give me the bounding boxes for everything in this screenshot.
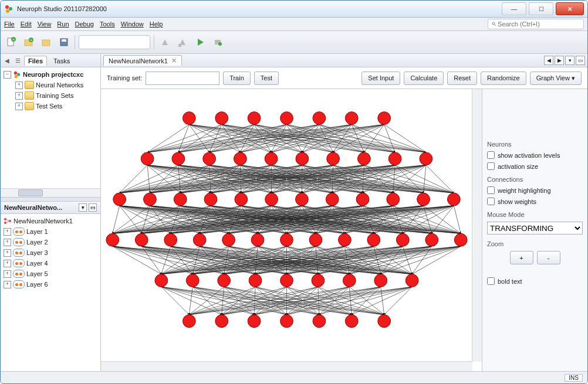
bold-text-checkbox[interactable]: bold text <box>487 277 583 285</box>
vertical-scrollbar[interactable] <box>472 89 482 362</box>
close-tab-icon[interactable]: ✕ <box>171 57 177 64</box>
connections-section-label: Connections <box>487 176 583 183</box>
folder-icon <box>25 102 34 110</box>
tree-layer-item[interactable]: +Layer 5 <box>2 269 99 279</box>
new-project-button[interactable]: + <box>22 35 36 49</box>
menu-tools[interactable]: Tools <box>100 21 115 28</box>
calculate-button[interactable]: Calculate <box>404 72 444 85</box>
run-button[interactable] <box>193 35 207 49</box>
sidebar-collapse-icon[interactable]: ◀ <box>3 56 11 64</box>
tree-item-label[interactable]: Neural Networks <box>36 81 83 89</box>
tree-layer-item[interactable]: +Layer 3 <box>2 247 99 258</box>
nav-minimize-icon[interactable]: ▭ <box>89 203 97 212</box>
expander-icon[interactable]: + <box>4 249 11 257</box>
editor-tab[interactable]: NewNeuralNetwork1 ✕ <box>103 55 182 66</box>
svg-line-370 <box>454 206 461 233</box>
tree-item-label[interactable]: Test Sets <box>36 103 62 110</box>
tree-layer-item[interactable]: +Layer 1 <box>2 226 99 237</box>
navigator-tree[interactable]: NewNeuralNetwork1 +Layer 1+Layer 2+Layer… <box>1 214 100 371</box>
zoom-in-button[interactable]: + <box>510 251 533 264</box>
menubar: File Edit View Run Debug Tools Window He… <box>1 18 587 31</box>
tab-maximize-icon[interactable]: ▭ <box>576 56 585 65</box>
menu-view[interactable]: View <box>38 21 52 28</box>
open-button[interactable] <box>39 35 53 49</box>
quick-search[interactable] <box>488 19 584 29</box>
tab-list-icon[interactable]: ▾ <box>565 56 575 65</box>
navigator-network-label[interactable]: NewNeuralNetwork1 <box>13 218 73 225</box>
tab-scroll-left-icon[interactable]: ◀ <box>544 56 553 65</box>
layer-icon <box>13 238 25 246</box>
build-button[interactable] <box>158 35 172 49</box>
training-set-input[interactable] <box>146 72 219 85</box>
menu-run[interactable]: Run <box>57 21 69 28</box>
titlebar[interactable]: Neuroph Studio 201107282000 — ☐ ✕ <box>1 1 587 18</box>
sidebar-tab-files[interactable]: Files <box>24 56 47 66</box>
tree-item: +Neural Networks <box>2 80 99 90</box>
tree-layer-item[interactable]: +Layer 4 <box>2 258 99 269</box>
layer-icon <box>13 270 25 278</box>
svg-rect-13 <box>62 39 66 42</box>
svg-rect-11 <box>42 40 50 46</box>
config-combo[interactable] <box>79 35 150 49</box>
svg-point-586 <box>281 233 293 246</box>
tab-scroll-right-icon[interactable]: ▶ <box>555 56 564 65</box>
svg-line-215 <box>113 206 120 233</box>
tree-layer-item[interactable]: +Layer 2 <box>2 237 99 247</box>
expander-icon[interactable]: + <box>4 270 11 278</box>
project-tree[interactable]: − Neuroph projectcxc +Neural Networks +T… <box>1 67 100 188</box>
menu-file[interactable]: File <box>4 21 15 28</box>
set-input-button[interactable]: Set Input <box>361 72 400 85</box>
expander-icon[interactable]: + <box>15 92 23 100</box>
sidebar-tab-tasks[interactable]: Tasks <box>49 56 74 66</box>
clean-build-button[interactable] <box>175 35 190 49</box>
minimize-button[interactable]: — <box>502 2 526 15</box>
splitter[interactable] <box>1 197 100 202</box>
expander-icon[interactable]: + <box>4 260 11 267</box>
svg-point-559 <box>172 152 185 165</box>
expander-icon[interactable]: + <box>4 281 11 288</box>
sidebar-expand-icon[interactable]: ☰ <box>13 56 22 64</box>
expander-icon[interactable]: − <box>4 71 11 79</box>
application-window: Neuroph Studio 201107282000 — ☐ ✕ File E… <box>0 0 588 384</box>
mouse-mode-select[interactable]: TRANSFORMING <box>487 222 583 235</box>
maximize-button[interactable]: ☐ <box>529 2 553 15</box>
menu-window[interactable]: Window <box>121 21 144 28</box>
randomize-button[interactable]: Randomize <box>481 72 526 85</box>
debug-button[interactable] <box>211 35 225 49</box>
reset-button[interactable]: Reset <box>447 72 477 85</box>
show-activation-checkbox[interactable]: show activation levels <box>487 151 583 159</box>
menu-edit[interactable]: Edit <box>21 21 32 28</box>
horizontal-scrollbar[interactable] <box>101 361 472 371</box>
expander-icon[interactable]: + <box>4 239 11 246</box>
nav-dropdown-icon[interactable]: ▾ <box>79 203 87 212</box>
tree-item-label[interactable]: Training Sets <box>36 92 73 99</box>
train-button[interactable]: Train <box>223 72 251 85</box>
svg-point-591 <box>425 233 438 246</box>
new-file-button[interactable]: + <box>4 35 18 49</box>
expander-icon[interactable]: + <box>15 103 23 110</box>
test-button[interactable]: Test <box>254 72 279 85</box>
network-canvas[interactable] <box>101 89 472 362</box>
save-all-button[interactable] <box>57 35 71 49</box>
menu-debug[interactable]: Debug <box>75 21 94 28</box>
expander-icon[interactable]: + <box>4 228 11 236</box>
show-weights-checkbox[interactable]: show weights <box>487 198 583 205</box>
svg-point-0 <box>5 5 9 9</box>
app-icon <box>4 4 13 13</box>
search-input[interactable] <box>496 20 580 28</box>
graph-view-button[interactable]: Graph View ▾ <box>530 72 582 85</box>
svg-point-562 <box>265 152 278 165</box>
svg-point-594 <box>186 274 199 287</box>
close-button[interactable]: ✕ <box>556 2 584 15</box>
navigator-title: NewNeuralNetwo... <box>4 204 62 211</box>
sidebar-scrollbar[interactable] <box>1 188 100 197</box>
zoom-out-button[interactable]: - <box>537 251 560 264</box>
weight-highlighting-checkbox[interactable]: weight highlighting <box>487 186 583 194</box>
expander-icon[interactable]: + <box>15 81 23 89</box>
main-toolbar: + + <box>1 31 587 54</box>
svg-point-570 <box>174 193 187 206</box>
svg-point-603 <box>215 315 228 328</box>
activation-size-checkbox[interactable]: activation size <box>487 162 583 170</box>
menu-help[interactable]: Help <box>150 21 163 28</box>
tree-layer-item[interactable]: +Layer 6 <box>2 279 99 290</box>
